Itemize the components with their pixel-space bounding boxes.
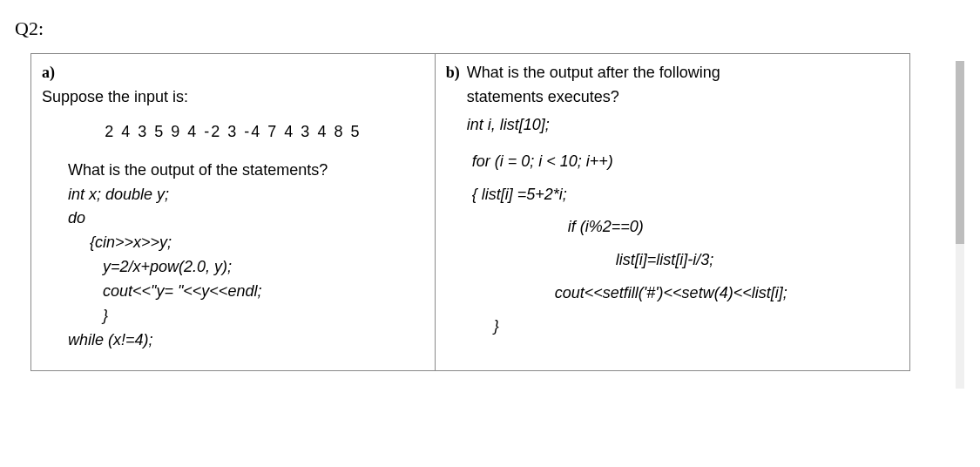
scrollbar-track[interactable] <box>956 61 964 389</box>
b-code-l3: { list[i] =5+2*i; <box>446 183 899 207</box>
a-question: What is the output of the statements? <box>42 159 424 183</box>
b-code-l7: } <box>446 315 899 339</box>
a-intro: Suppose the input is: <box>42 85 424 110</box>
a-code-l3: {cin>>x>>y; <box>42 231 424 255</box>
b-question-line1: What is the output after the following <box>467 61 720 85</box>
scrollbar-thumb[interactable] <box>956 61 964 244</box>
question-table: a) Suppose the input is: 2 4 3 5 9 4 -2 … <box>30 53 910 371</box>
b-question-line2: statements executes? <box>467 85 720 110</box>
cell-b: b) What is the output after the followin… <box>436 54 909 370</box>
b-code-l1: int i, list[10]; <box>467 113 720 138</box>
b-code-l5: list[i]=list[i]-i/3; <box>446 248 899 273</box>
a-code-l7: while (x!=4); <box>42 328 424 353</box>
a-code-l1: int x; double y; <box>42 183 424 207</box>
cell-a: a) Suppose the input is: 2 4 3 5 9 4 -2 … <box>31 54 436 370</box>
part-a-label: a) <box>42 64 55 81</box>
b-code-l4: if (i%2==0) <box>446 215 899 240</box>
b-code-l6: cout<<setfill('#')<<setw(4)<<list[i]; <box>446 281 899 306</box>
a-code-l6: } <box>42 304 424 328</box>
a-code-l2: do <box>42 206 424 231</box>
a-code-l5: cout<<"y= "<<y<<endl; <box>42 280 424 304</box>
a-input-line: 2 4 3 5 9 4 -2 3 -4 7 4 3 4 8 5 <box>42 120 424 145</box>
b-code-l2: for (i = 0; i < 10; i++) <box>446 150 899 174</box>
a-code-l4: y=2/x+pow(2.0, y); <box>42 255 424 280</box>
question-label: Q2: <box>15 17 958 40</box>
part-b-label: b) <box>446 61 467 138</box>
